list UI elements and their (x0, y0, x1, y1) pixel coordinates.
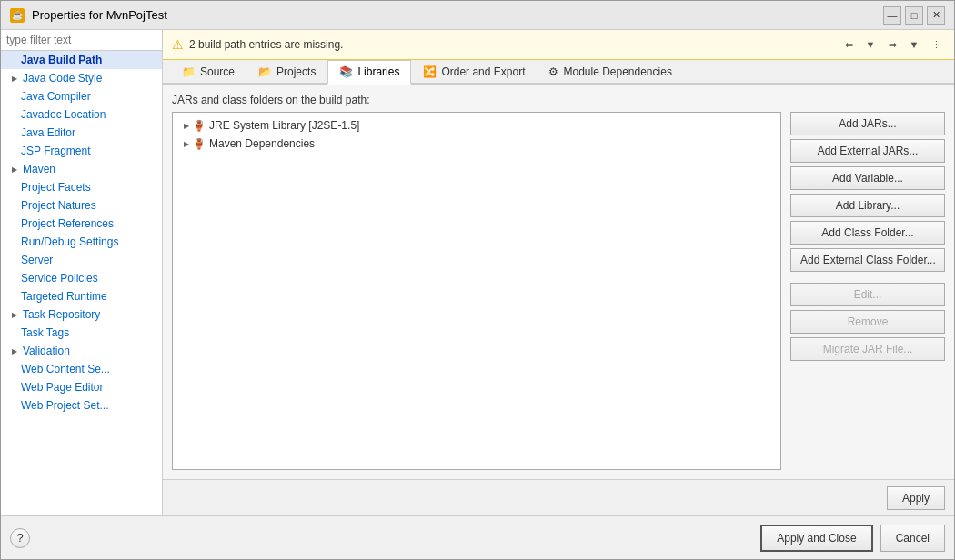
apply-button[interactable]: Apply (887, 486, 945, 510)
title-controls: — □ ✕ (883, 6, 945, 25)
warning-text: 2 build path entries are missing. (189, 38, 343, 51)
nav-menu-button[interactable]: ⋮ (927, 35, 945, 54)
minimize-button[interactable]: — (883, 6, 901, 25)
expand-icon: ▶ (184, 122, 189, 130)
projects-tab-icon: 📂 (258, 65, 272, 78)
warning-bar: ⚠ 2 build path entries are missing. ⬅ ▼ … (163, 30, 954, 60)
libraries-tab-icon: 📚 (339, 65, 353, 78)
add-library-button[interactable]: Add Library... (790, 194, 945, 217)
source-tab-icon: 📁 (182, 65, 196, 78)
sidebar-item-targeted-runtime[interactable]: Targeted Runtime (1, 287, 162, 305)
sidebar-item-validation[interactable]: Validation (1, 342, 162, 360)
sidebar-item-javadoc-location[interactable]: Javadoc Location (1, 105, 162, 124)
tabs-bar: 📁 Source 📂 Projects 📚 Libraries 🔀 Order … (163, 60, 954, 85)
add-external-jars-button[interactable]: Add External JARs... (790, 139, 945, 163)
add-variable-button[interactable]: Add Variable... (790, 166, 945, 190)
jar-icon: 🏺 (193, 137, 206, 150)
window-title: Properties for MvnPojTest (32, 8, 167, 22)
sidebar-item-service-policies[interactable]: Service Policies (1, 269, 162, 287)
content-area: JARs and class folders on the build path… (163, 85, 954, 479)
tab-module-dependencies[interactable]: ⚙ Module Dependencies (537, 60, 683, 83)
nav-forward-button[interactable]: ➡ (883, 35, 901, 54)
edit-button[interactable]: Edit... (790, 283, 945, 306)
tab-source[interactable]: 📁 Source (170, 60, 246, 83)
module-dep-tab-icon: ⚙ (548, 65, 558, 78)
add-external-class-folder-button[interactable]: Add External Class Folder... (790, 248, 945, 272)
tab-order-export[interactable]: 🔀 Order and Export (411, 60, 537, 83)
footer-right: Apply and Close Cancel (760, 525, 945, 552)
libraries-container: ▶ 🏺 JRE System Library [J2SE-1.5] ▶ 🏺 Ma… (172, 112, 945, 470)
nav-forward-dropdown-button[interactable]: ▼ (905, 35, 923, 54)
tree-panel[interactable]: ▶ 🏺 JRE System Library [J2SE-1.5] ▶ 🏺 Ma… (172, 112, 781, 470)
maximize-button[interactable]: □ (905, 6, 923, 25)
filter-input[interactable] (1, 30, 162, 51)
main-content: ⚠ 2 build path entries are missing. ⬅ ▼ … (163, 30, 954, 515)
sidebar-item-task-tags[interactable]: Task Tags (1, 324, 162, 342)
tab-projects[interactable]: 📂 Projects (246, 60, 327, 83)
title-bar: ☕ Properties for MvnPojTest — □ ✕ (1, 1, 954, 30)
jar-icon: 🏺 (193, 119, 206, 132)
footer-left: ? (10, 528, 30, 548)
sidebar: Java Build Path Java Code Style Java Com… (1, 30, 163, 515)
apply-close-button[interactable]: Apply and Close (760, 525, 872, 552)
sidebar-item-task-repository[interactable]: Task Repository (1, 305, 162, 324)
migrate-jar-button[interactable]: Migrate JAR File... (790, 337, 945, 361)
order-export-tab-icon: 🔀 (423, 65, 437, 78)
side-buttons: Add JARs... Add External JARs... Add Var… (790, 112, 945, 470)
sidebar-item-java-build-path[interactable]: Java Build Path (1, 51, 162, 69)
sidebar-item-maven[interactable]: Maven (1, 160, 162, 178)
sidebar-item-run-debug[interactable]: Run/Debug Settings (1, 233, 162, 251)
tab-libraries[interactable]: 📚 Libraries (327, 60, 411, 85)
add-jars-button[interactable]: Add JARs... (790, 112, 945, 135)
warning-icon: ⚠ (172, 37, 184, 52)
dialog: ☕ Properties for MvnPojTest — □ ✕ Java B… (0, 0, 955, 560)
sidebar-item-project-facets[interactable]: Project Facets (1, 178, 162, 196)
sidebar-item-java-code-style[interactable]: Java Code Style (1, 69, 162, 87)
sidebar-item-web-page-editor[interactable]: Web Page Editor (1, 378, 162, 396)
help-button[interactable]: ? (10, 528, 30, 548)
tree-item-jre[interactable]: ▶ 🏺 JRE System Library [J2SE-1.5] (173, 116, 780, 135)
content-label: JARs and class folders on the build path… (172, 94, 945, 106)
add-class-folder-button[interactable]: Add Class Folder... (790, 221, 945, 245)
sidebar-item-java-compiler[interactable]: Java Compiler (1, 87, 162, 105)
nav-dropdown-button[interactable]: ▼ (861, 35, 880, 54)
warning-actions: ⬅ ▼ ➡ ▼ ⋮ (839, 35, 945, 54)
remove-button[interactable]: Remove (790, 310, 945, 334)
sidebar-item-jsp-fragment[interactable]: JSP Fragment (1, 142, 162, 160)
warning-left: ⚠ 2 build path entries are missing. (172, 37, 343, 52)
dialog-body: Java Build Path Java Code Style Java Com… (1, 30, 954, 515)
sidebar-item-web-content-settings[interactable]: Web Content Se... (1, 360, 162, 378)
sidebar-item-project-natures[interactable]: Project Natures (1, 196, 162, 215)
app-icon: ☕ (10, 8, 25, 23)
sidebar-item-java-editor[interactable]: Java Editor (1, 124, 162, 142)
title-bar-left: ☕ Properties for MvnPojTest (10, 8, 167, 23)
sidebar-item-server[interactable]: Server (1, 251, 162, 269)
tree-item-maven[interactable]: ▶ 🏺 Maven Dependencies (173, 135, 780, 153)
close-button[interactable]: ✕ (927, 6, 945, 25)
bottom-bar: Apply (163, 479, 954, 515)
cancel-button[interactable]: Cancel (880, 525, 945, 552)
expand-icon: ▶ (184, 140, 189, 148)
nav-back-button[interactable]: ⬅ (839, 35, 858, 54)
sidebar-item-project-references[interactable]: Project References (1, 215, 162, 233)
sidebar-item-web-project-settings[interactable]: Web Project Set... (1, 396, 162, 415)
footer-bar: ? Apply and Close Cancel (1, 515, 954, 559)
